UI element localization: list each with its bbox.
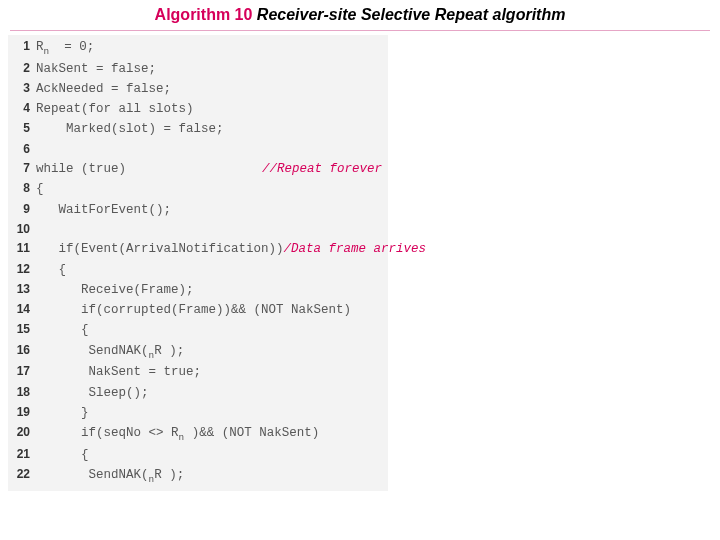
- code-listing: 1Rn = 0;2NakSent = false;3AckNeeded = fa…: [8, 35, 388, 491]
- line-number: 9: [8, 200, 30, 219]
- line-number: 8: [8, 179, 30, 198]
- line-number: 19: [8, 403, 30, 422]
- code-line: 4Repeat(for all slots): [8, 99, 388, 119]
- code-line: 3AckNeeded = false;: [8, 79, 388, 99]
- line-number: 10: [8, 220, 30, 239]
- code-text: if(corrupted(Frame))&& (NOT NakSent): [36, 300, 351, 320]
- line-number: 2: [8, 59, 30, 78]
- code-text: SendNAK(nR );: [36, 465, 184, 487]
- code-line: 9 WaitForEvent();: [8, 200, 388, 220]
- line-number: 1: [8, 37, 30, 56]
- code-text: WaitForEvent();: [36, 200, 171, 220]
- code-line: 11 if(Event(ArrivalNotification))/Data f…: [8, 239, 388, 259]
- code-text: NakSent = true;: [36, 362, 201, 382]
- line-number: 3: [8, 79, 30, 98]
- title-rest: Receiver-site Selective Repeat algorithm: [252, 6, 565, 23]
- code-line: 1Rn = 0;: [8, 37, 388, 59]
- code-comment: /Data frame arrives: [284, 239, 433, 259]
- line-number: 17: [8, 362, 30, 381]
- code-line: 20 if(seqNo <> Rn )&& (NOT NakSent): [8, 423, 388, 445]
- line-number: 21: [8, 445, 30, 464]
- code-text: Marked(slot) = false;: [36, 119, 224, 139]
- line-number: 4: [8, 99, 30, 118]
- code-line: 2NakSent = false;: [8, 59, 388, 79]
- code-line: 6: [8, 140, 388, 159]
- line-number: 15: [8, 320, 30, 339]
- line-number: 20: [8, 423, 30, 442]
- code-text: if(seqNo <> Rn )&& (NOT NakSent): [36, 423, 319, 445]
- line-number: 16: [8, 341, 30, 360]
- code-text: }: [36, 403, 89, 423]
- code-text: Rn = 0;: [36, 37, 94, 59]
- page-title: Algorithm 10 Receiver-site Selective Rep…: [0, 0, 720, 28]
- code-text: while (true): [36, 159, 126, 179]
- code-comment: //Repeat forever: [262, 159, 388, 179]
- code-text: {: [36, 260, 66, 280]
- line-number: 11: [8, 239, 30, 258]
- code-line: 5 Marked(slot) = false;: [8, 119, 388, 139]
- code-line: 16 SendNAK(nR );: [8, 341, 388, 363]
- code-text: {: [36, 320, 89, 340]
- code-text: {: [36, 179, 44, 199]
- code-line: 17 NakSent = true;: [8, 362, 388, 382]
- line-number: 14: [8, 300, 30, 319]
- title-divider: [10, 30, 710, 31]
- code-text: Receive(Frame);: [36, 280, 194, 300]
- code-line: 18 Sleep();: [8, 383, 388, 403]
- line-number: 6: [8, 140, 30, 159]
- code-text: NakSent = false;: [36, 59, 156, 79]
- code-line: 12 {: [8, 260, 388, 280]
- title-highlight: Algorithm 10: [155, 6, 253, 23]
- code-line: 7while (true)//Repeat forever: [8, 159, 388, 179]
- code-line: 10: [8, 220, 388, 239]
- code-text: Repeat(for all slots): [36, 99, 194, 119]
- line-number: 22: [8, 465, 30, 484]
- line-number: 13: [8, 280, 30, 299]
- code-line: 19 }: [8, 403, 388, 423]
- code-line: 15 {: [8, 320, 388, 340]
- line-number: 12: [8, 260, 30, 279]
- code-text: AckNeeded = false;: [36, 79, 171, 99]
- code-text: SendNAK(nR );: [36, 341, 184, 363]
- code-text: if(Event(ArrivalNotification)): [36, 239, 284, 259]
- code-line: 22 SendNAK(nR );: [8, 465, 388, 487]
- code-line: 14 if(corrupted(Frame))&& (NOT NakSent): [8, 300, 388, 320]
- code-text: {: [36, 445, 89, 465]
- code-text: Sleep();: [36, 383, 149, 403]
- code-line: 8{: [8, 179, 388, 199]
- line-number: 5: [8, 119, 30, 138]
- line-number: 18: [8, 383, 30, 402]
- code-line: 21 {: [8, 445, 388, 465]
- line-number: 7: [8, 159, 30, 178]
- code-line: 13 Receive(Frame);: [8, 280, 388, 300]
